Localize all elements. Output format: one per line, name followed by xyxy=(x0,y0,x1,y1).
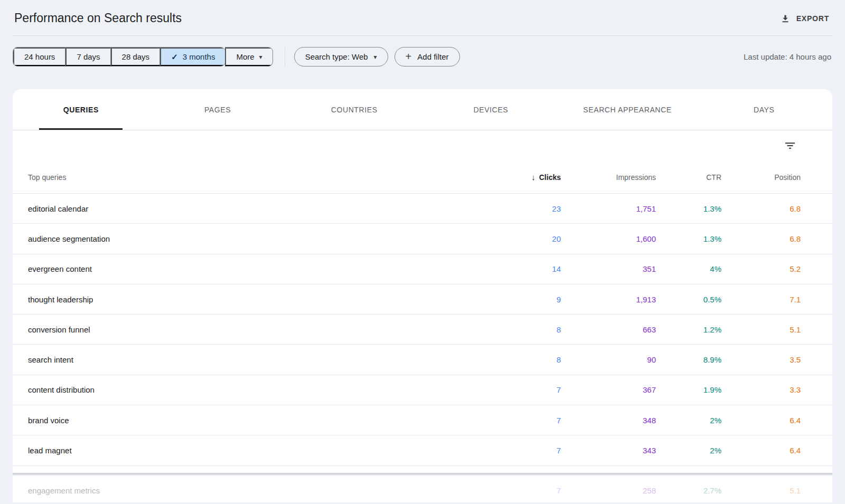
query-cell[interactable]: audience segmentation xyxy=(28,234,497,243)
toolbar: ✓ 24 hours ✓ 7 days ✓ 28 days ✓ 3 months… xyxy=(13,47,832,66)
tab[interactable]: COUNTRIES xyxy=(286,89,422,130)
clicks-cell: 7 xyxy=(497,486,561,495)
table-row[interactable]: search intent 8 90 8.9% 3.5 xyxy=(13,345,832,375)
impressions-cell: 663 xyxy=(561,325,656,334)
date-range-chip-group: ✓ 24 hours ✓ 7 days ✓ 28 days ✓ 3 months xyxy=(13,47,226,66)
position-cell: 6.8 xyxy=(721,204,801,213)
impressions-cell: 90 xyxy=(561,355,656,364)
more-dropdown[interactable]: More ▾ xyxy=(225,47,272,66)
table-header-row: Top queries ↓Clicks Impressions CTR Posi… xyxy=(13,161,832,194)
column-header-position[interactable]: Position xyxy=(721,173,801,182)
query-cell[interactable]: evergreen content xyxy=(28,264,497,273)
tab[interactable]: QUERIES xyxy=(13,89,149,130)
table-toolbar xyxy=(13,130,832,161)
table-row[interactable]: content distribution 7 367 1.9% 3.3 xyxy=(13,375,832,405)
date-range-chip[interactable]: ✓ 7 days xyxy=(65,47,110,66)
query-cell[interactable]: search intent xyxy=(28,355,497,364)
table-row[interactable]: evergreen content 14 351 4% 5.2 xyxy=(13,254,832,284)
clicks-cell: 14 xyxy=(497,264,561,273)
query-cell[interactable]: editorial calendar xyxy=(28,204,497,213)
clicks-cell: 9 xyxy=(497,295,561,304)
toolbar-divider xyxy=(285,47,285,66)
column-header-impressions[interactable]: Impressions xyxy=(561,173,656,182)
search-type-label: Search type: Web xyxy=(305,52,368,61)
clicks-cell: 20 xyxy=(497,234,561,243)
ctr-cell: 2% xyxy=(656,446,721,455)
column-header-top-queries: Top queries xyxy=(28,173,497,182)
tab[interactable]: DAYS xyxy=(696,89,832,130)
date-range-chip[interactable]: ✓ 3 months xyxy=(160,47,225,66)
impressions-cell: 351 xyxy=(561,264,656,273)
add-filter-label: Add filter xyxy=(417,52,448,61)
check-icon: ✓ xyxy=(171,53,178,61)
query-cell[interactable]: content distribution xyxy=(28,385,497,394)
tab-label: DEVICES xyxy=(474,106,509,114)
impressions-cell: 367 xyxy=(561,385,656,394)
date-range-label: 28 days xyxy=(122,52,150,61)
query-cell[interactable]: thought leadership xyxy=(28,295,497,304)
clicks-cell: 7 xyxy=(497,416,561,425)
tab[interactable]: SEARCH APPEARANCE xyxy=(559,89,696,130)
report-card: QUERIES PAGES COUNTRIES DEVICES SEARCH A… xyxy=(13,89,832,502)
position-cell: 5.1 xyxy=(721,325,801,334)
table-row[interactable]: lead magnet 7 343 2% 6.4 xyxy=(13,435,832,465)
more-label: More xyxy=(236,52,254,61)
position-cell: 6.4 xyxy=(721,446,801,455)
position-cell: 5.1 xyxy=(721,486,801,495)
download-icon xyxy=(781,14,790,23)
position-cell: 7.1 xyxy=(721,295,801,304)
ctr-cell: 1.3% xyxy=(656,204,721,213)
ctr-cell: 2.7% xyxy=(656,486,721,495)
ctr-cell: 1.9% xyxy=(656,385,721,394)
sort-desc-arrow-icon: ↓ xyxy=(531,173,536,182)
date-range-chip[interactable]: ✓ 24 hours xyxy=(13,47,65,66)
plus-icon: + xyxy=(406,51,412,62)
dimension-tabs: QUERIES PAGES COUNTRIES DEVICES SEARCH A… xyxy=(13,89,832,130)
clicks-cell: 8 xyxy=(497,355,561,364)
table-row[interactable]: conversion funnel 8 663 1.2% 5.1 xyxy=(13,315,832,345)
date-range-chip[interactable]: ✓ 28 days xyxy=(111,47,161,66)
tab-label: COUNTRIES xyxy=(331,106,378,114)
clicks-cell: 8 xyxy=(497,325,561,334)
tab[interactable]: DEVICES xyxy=(422,89,559,130)
column-header-clicks[interactable]: ↓Clicks xyxy=(497,173,561,182)
search-type-dropdown[interactable]: Search type: Web ▾ xyxy=(294,47,388,66)
chevron-down-icon: ▾ xyxy=(259,54,262,60)
table-row[interactable]: audience segmentation 20 1,600 1.3% 6.8 xyxy=(13,224,832,254)
table-row[interactable]: editorial calendar 23 1,751 1.3% 6.8 xyxy=(13,194,832,224)
column-header-ctr[interactable]: CTR xyxy=(656,173,721,182)
add-filter-button[interactable]: + Add filter xyxy=(395,47,460,66)
page-header: Performance on Search results EXPORT xyxy=(0,0,845,35)
filter-rows-button[interactable] xyxy=(782,137,799,154)
tab-label: QUERIES xyxy=(63,106,99,114)
table-body: editorial calendar 23 1,751 1.3% 6.8 aud… xyxy=(13,194,832,502)
impressions-cell: 1,913 xyxy=(561,295,656,304)
ctr-cell: 0.5% xyxy=(656,295,721,304)
impressions-cell: 343 xyxy=(561,446,656,455)
query-cell[interactable]: lead magnet xyxy=(28,446,497,455)
tab[interactable]: PAGES xyxy=(149,89,286,130)
date-range-label: 7 days xyxy=(77,52,100,61)
tab-label: PAGES xyxy=(204,106,231,114)
clicks-cell: 23 xyxy=(497,204,561,213)
query-cell[interactable]: brand voice xyxy=(28,416,497,425)
page-title: Performance on Search results xyxy=(14,11,182,25)
position-cell: 6.8 xyxy=(721,234,801,243)
export-button[interactable]: EXPORT xyxy=(781,14,829,23)
table-row[interactable]: engagement metrics 7 258 2.7% 5.1 xyxy=(13,476,832,502)
export-label: EXPORT xyxy=(796,14,829,23)
ctr-cell: 8.9% xyxy=(656,355,721,364)
query-cell[interactable]: conversion funnel xyxy=(28,325,497,334)
clicks-cell: 7 xyxy=(497,446,561,455)
impressions-cell: 1,600 xyxy=(561,234,656,243)
ctr-cell: 1.2% xyxy=(656,325,721,334)
table-row[interactable]: thought leadership 9 1,913 0.5% 7.1 xyxy=(13,284,832,315)
tab-label: DAYS xyxy=(754,106,775,114)
date-range-label: 3 months xyxy=(183,52,215,61)
position-cell: 6.4 xyxy=(721,416,801,425)
filter-list-icon xyxy=(785,140,795,151)
query-cell[interactable]: engagement metrics xyxy=(28,486,497,495)
table-row[interactable]: brand voice 7 348 2% 6.4 xyxy=(13,405,832,435)
impressions-cell: 258 xyxy=(561,486,656,495)
ctr-cell: 4% xyxy=(656,264,721,273)
